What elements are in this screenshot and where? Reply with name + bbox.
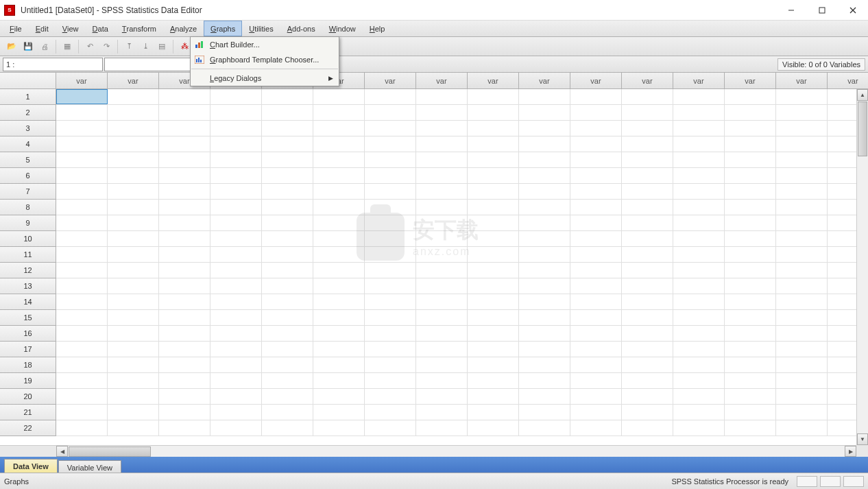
cell[interactable] [776,278,828,294]
cell[interactable] [56,310,108,325]
cell[interactable] [365,263,416,278]
cell[interactable] [108,357,159,372]
cell[interactable] [828,168,856,183]
menu-add-ons[interactable]: Add-ons [280,21,322,36]
cell[interactable] [313,420,365,436]
cell[interactable] [159,168,210,183]
cell[interactable] [519,105,570,120]
cell[interactable] [313,168,365,183]
cell[interactable] [56,326,108,341]
cell[interactable] [416,278,468,294]
cell[interactable] [725,310,776,325]
cell[interactable] [365,310,416,325]
cell[interactable] [519,184,570,199]
cell[interactable] [262,294,313,309]
row-header[interactable]: 13 [0,278,56,294]
cell[interactable] [262,420,313,436]
cell[interactable] [570,136,622,152]
cell[interactable] [210,121,262,136]
cell[interactable] [313,89,365,104]
cell[interactable] [725,184,776,199]
cell[interactable] [673,420,725,436]
cell[interactable] [776,184,828,199]
cell[interactable] [725,373,776,388]
cell[interactable] [725,294,776,309]
cell[interactable] [673,326,725,341]
cell[interactable] [776,247,828,262]
cell[interactable] [519,215,570,230]
cell[interactable] [828,152,856,167]
cell[interactable] [365,389,416,404]
cell[interactable] [210,294,262,309]
cell[interactable] [365,136,416,152]
scroll-up-button[interactable]: ▲ [857,89,868,101]
cell[interactable] [210,326,262,341]
cell[interactable] [468,373,519,388]
goto-case-button[interactable]: ⤒ [121,39,136,54]
menu-window[interactable]: Window [322,21,363,36]
cell[interactable] [570,121,622,136]
open-button[interactable]: 📂 [4,39,19,54]
cell[interactable] [776,215,828,230]
cell[interactable] [828,89,856,104]
row-header[interactable]: 11 [0,247,56,263]
cell[interactable] [210,278,262,294]
cell[interactable] [570,89,622,104]
cell[interactable] [673,152,725,167]
hscroll-thumb[interactable] [69,446,151,457]
cell[interactable] [210,231,262,246]
cell[interactable] [725,420,776,436]
cell[interactable] [262,247,313,262]
cell[interactable] [673,200,725,215]
menu-legacy-dialogs[interactable]: Legacy Dialogs ▶ [191,71,339,86]
cell[interactable] [828,373,856,388]
cell[interactable] [108,231,159,246]
cell[interactable] [210,152,262,167]
cell[interactable] [673,389,725,404]
cell[interactable] [468,326,519,341]
cell[interactable] [159,184,210,199]
cell[interactable] [159,294,210,309]
cell[interactable] [519,342,570,357]
cell[interactable] [776,357,828,372]
cell[interactable] [519,373,570,388]
cell[interactable] [56,184,108,199]
cell[interactable] [622,278,673,294]
cell[interactable] [108,420,159,436]
cell[interactable] [570,342,622,357]
cell[interactable] [622,342,673,357]
column-header[interactable]: var [56,73,108,88]
cell[interactable] [56,136,108,152]
cell[interactable] [673,105,725,120]
column-header[interactable]: var [468,73,519,88]
cell[interactable] [365,278,416,294]
cell[interactable] [210,373,262,388]
cell[interactable] [365,200,416,215]
menu-chart-builder[interactable]: Chart Builder... [191,37,339,52]
cell[interactable] [416,121,468,136]
cell[interactable] [108,294,159,309]
cell[interactable] [570,231,622,246]
cell[interactable] [828,420,856,436]
cell[interactable] [108,200,159,215]
cell[interactable] [776,294,828,309]
cell[interactable] [262,326,313,341]
cell[interactable] [776,420,828,436]
row-header[interactable]: 9 [0,215,56,231]
row-header[interactable]: 3 [0,121,56,136]
cell[interactable] [210,357,262,372]
row-header[interactable]: 8 [0,200,56,215]
cell[interactable] [108,278,159,294]
cell[interactable] [673,121,725,136]
cell[interactable] [570,152,622,167]
cell[interactable] [828,247,856,262]
cell[interactable] [262,310,313,325]
cell[interactable] [313,373,365,388]
cell[interactable] [673,405,725,420]
cell[interactable] [570,357,622,372]
cell[interactable] [622,215,673,230]
cell[interactable] [622,373,673,388]
cell[interactable] [673,294,725,309]
cell[interactable] [519,420,570,436]
cell[interactable] [725,231,776,246]
